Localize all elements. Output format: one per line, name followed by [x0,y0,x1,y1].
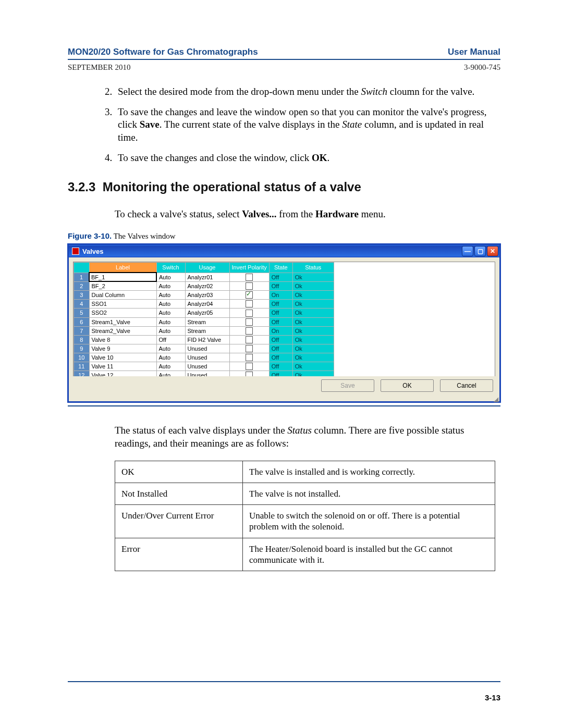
minimize-button[interactable]: — [462,246,473,256]
cell-label[interactable]: Valve 11 [89,362,156,371]
doc-title-left: MON20/20 Software for Gas Chromatographs [68,47,258,57]
col-label[interactable]: Label [89,263,156,273]
maximize-button[interactable]: ▢ [474,246,486,256]
cell-invert-polarity[interactable] [229,362,269,371]
cell-label[interactable]: Stream2_Valve [89,326,156,335]
cell-switch[interactable]: Auto [156,309,185,317]
cell-invert-polarity[interactable] [229,335,269,344]
cell-label[interactable]: Stream1_Valve [89,317,156,326]
col-state[interactable]: State [269,263,292,273]
cell-switch[interactable]: Auto [156,291,185,300]
table-row[interactable]: 12Valve 12AutoUnusedOffOk [74,371,334,377]
cell-state: Off [269,335,292,344]
cell-switch[interactable]: Auto [156,362,185,371]
table-row[interactable]: 7Stream2_ValveAutoStreamOnOk [74,326,334,335]
cell-switch[interactable]: Auto [156,317,185,326]
cell-label[interactable]: Valve 12 [89,371,156,377]
cell-usage[interactable]: Stream [185,326,229,335]
table-row[interactable]: 1BF_1AutoAnalyzr01OffOk [74,273,334,281]
checkbox-icon[interactable] [246,354,253,361]
table-row[interactable]: 4SSO1AutoAnalyzr04OffOk [74,300,334,309]
cell-usage[interactable]: Unused [185,344,229,353]
cell-usage[interactable]: Analyzr05 [185,309,229,317]
checkbox-icon[interactable] [246,372,253,376]
col-invert-polarity[interactable]: Invert Polarity [229,263,269,273]
cell-switch[interactable]: Auto [156,300,185,309]
doc-number: 3-9000-745 [464,63,500,72]
cell-invert-polarity[interactable] [229,281,269,291]
table-row[interactable]: 3Dual ColumnAutoAnalyzr03OnOk [74,291,334,300]
checkbox-icon[interactable] [246,345,253,352]
cell-usage[interactable]: Analyzr02 [185,281,229,291]
resize-grip-icon[interactable]: ◢ [69,397,499,401]
cell-usage[interactable]: FID H2 Valve [185,335,229,344]
checkbox-icon[interactable] [246,282,253,290]
cell-usage[interactable]: Stream [185,317,229,326]
valves-grid[interactable]: Label Switch Usage Invert Polarity State… [73,262,495,376]
row-number: 12 [74,371,90,377]
checkbox-icon[interactable] [246,318,253,326]
cell-status: Ok [292,273,334,281]
table-row[interactable]: 6Stream1_ValveAutoStreamOffOk [74,317,334,326]
ok-button[interactable]: OK [381,379,434,392]
window-titlebar[interactable]: Valves — ▢ ✕ [69,245,499,257]
cell-invert-polarity[interactable] [229,371,269,377]
cell-label[interactable]: SSO1 [89,300,156,309]
cell-label[interactable]: Valve 8 [89,335,156,344]
checkbox-icon[interactable] [246,274,253,281]
checkbox-icon[interactable] [246,300,253,307]
cell-usage[interactable]: Unused [185,353,229,362]
checkbox-icon[interactable] [246,363,253,370]
cell-usage[interactable]: Analyzr04 [185,300,229,309]
checkbox-icon[interactable] [246,336,253,343]
cell-label[interactable]: Valve 9 [89,344,156,353]
meaning-key: Under/Over Current Error [115,505,243,538]
row-number: 6 [74,317,90,326]
cell-switch[interactable]: Auto [156,371,185,377]
cell-invert-polarity[interactable] [229,353,269,362]
cell-label[interactable]: Valve 10 [89,353,156,362]
figure-caption: Figure 3-10. The Valves window [68,231,500,241]
col-usage[interactable]: Usage [185,263,229,273]
cell-switch[interactable]: Auto [156,353,185,362]
checkbox-icon[interactable] [246,327,253,335]
checkbox-icon[interactable] [246,310,253,317]
cell-switch[interactable]: Off [156,335,185,344]
table-row[interactable]: 8Valve 8OffFID H2 ValveOffOk [74,335,334,344]
cell-usage[interactable]: Unused [185,362,229,371]
cell-label[interactable]: Dual Column [89,291,156,300]
close-button[interactable]: ✕ [487,246,498,256]
cell-label[interactable]: BF_1 [89,273,156,281]
row-number: 4 [74,300,90,309]
cancel-button[interactable]: Cancel [440,379,493,392]
checkbox-icon[interactable] [246,291,253,299]
cell-switch[interactable]: Auto [156,344,185,353]
cell-usage[interactable]: Unused [185,371,229,377]
save-button[interactable]: Save [321,379,374,392]
cell-invert-polarity[interactable] [229,300,269,309]
col-switch[interactable]: Switch [156,263,185,273]
cell-state: Off [269,300,292,309]
cell-label[interactable]: SSO2 [89,309,156,317]
cell-status: Ok [292,335,334,344]
cell-switch[interactable]: Auto [156,273,185,281]
table-row[interactable]: 5SSO2AutoAnalyzr05OffOk [74,309,334,317]
table-row[interactable]: 9Valve 9AutoUnusedOffOk [74,344,334,353]
cell-usage[interactable]: Analyzr01 [185,273,229,281]
cell-status: Ok [292,281,334,291]
cell-label[interactable]: BF_2 [89,281,156,291]
table-row[interactable]: 10Valve 10AutoUnusedOffOk [74,353,334,362]
cell-invert-polarity[interactable] [229,344,269,353]
table-row[interactable]: 11Valve 11AutoUnusedOffOk [74,362,334,371]
cell-invert-polarity[interactable] [229,291,269,300]
cell-invert-polarity[interactable] [229,309,269,317]
cell-switch[interactable]: Auto [156,326,185,335]
cell-invert-polarity[interactable] [229,273,269,281]
table-row[interactable]: 2BF_2AutoAnalyzr02OffOk [74,281,334,291]
cell-invert-polarity[interactable] [229,317,269,326]
cell-invert-polarity[interactable] [229,326,269,335]
col-status[interactable]: Status [292,263,334,273]
cell-state: Off [269,344,292,353]
cell-switch[interactable]: Auto [156,281,185,291]
cell-usage[interactable]: Analyzr03 [185,291,229,300]
